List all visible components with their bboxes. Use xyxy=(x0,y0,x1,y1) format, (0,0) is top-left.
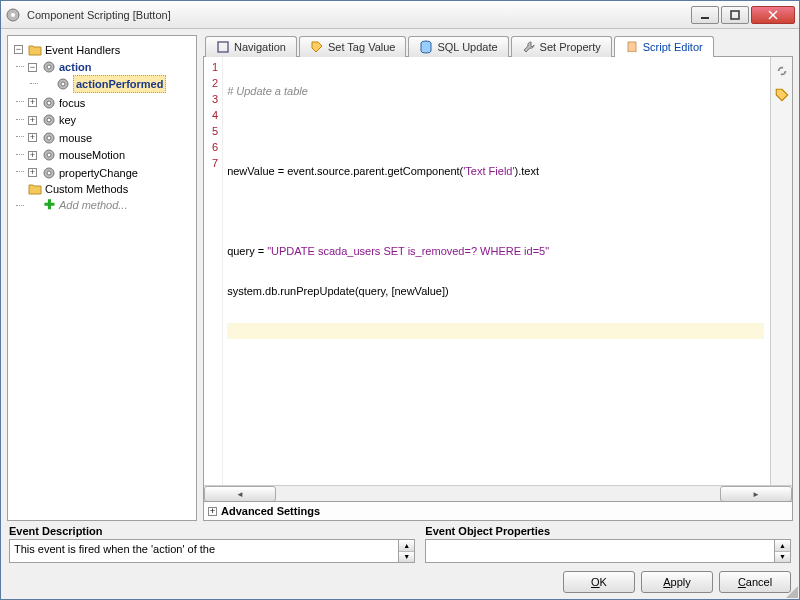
tab-navigation[interactable]: Navigation xyxy=(205,36,297,57)
spin-down[interactable]: ▼ xyxy=(399,552,414,563)
tab-script-editor[interactable]: Script Editor xyxy=(614,36,714,57)
maximize-button[interactable] xyxy=(721,6,749,24)
titlebar[interactable]: Component Scripting [Button] xyxy=(1,1,799,29)
resize-handle[interactable] xyxy=(784,584,798,598)
script-icon xyxy=(625,40,639,54)
advanced-settings-toggle[interactable]: + Advanced Settings xyxy=(204,501,792,520)
tree-action[interactable]: − action xyxy=(26,59,93,75)
tab-sql-update[interactable]: SQL Update xyxy=(408,36,508,57)
gear-icon xyxy=(42,60,56,74)
svg-point-13 xyxy=(47,118,51,122)
minimize-button[interactable] xyxy=(691,6,719,24)
right-pane: Navigation Set Tag Value SQL Update Set … xyxy=(203,35,793,521)
ok-button[interactable]: OK xyxy=(563,571,635,593)
scroll-left-button[interactable]: ◄ xyxy=(204,486,276,502)
gear-icon xyxy=(42,131,56,145)
gear-icon xyxy=(42,113,56,127)
code-editor[interactable]: 1234567 # Update a table newValue = even… xyxy=(204,57,770,485)
event-tree[interactable]: − Event Handlers − action xyxy=(7,35,197,521)
wrench-icon xyxy=(522,40,536,54)
close-button[interactable] xyxy=(751,6,795,24)
tab-set-property[interactable]: Set Property xyxy=(511,36,612,57)
event-description-label: Event Description xyxy=(9,525,415,537)
apply-button[interactable]: Apply xyxy=(641,571,713,593)
window-body: − Event Handlers − action xyxy=(1,29,799,599)
event-description-field[interactable]: This event is fired when the 'action' of… xyxy=(9,539,415,563)
footer-buttons: OK Apply Cancel xyxy=(7,567,793,593)
tree-add-method[interactable]: ✚Add method... xyxy=(26,197,130,213)
svg-point-7 xyxy=(47,65,51,69)
window-root: Component Scripting [Button] − Event Han… xyxy=(0,0,800,600)
spin-up[interactable]: ▲ xyxy=(399,540,414,552)
gear-icon xyxy=(42,166,56,180)
scroll-right-button[interactable]: ► xyxy=(720,486,792,502)
svg-rect-20 xyxy=(218,42,228,52)
cancel-button[interactable]: Cancel xyxy=(719,571,791,593)
link-tool-icon[interactable] xyxy=(774,63,790,79)
code-area[interactable]: # Update a table newValue = event.source… xyxy=(223,57,768,485)
spin-up[interactable]: ▲ xyxy=(775,540,790,552)
tree-propertychange[interactable]: +propertyChange xyxy=(26,165,140,181)
gear-icon xyxy=(42,148,56,162)
description-row: Event Description This event is fired wh… xyxy=(7,525,793,563)
tag-icon xyxy=(310,40,324,54)
editor-wrap: 1234567 # Update a table newValue = even… xyxy=(203,56,793,521)
tab-bar: Navigation Set Tag Value SQL Update Set … xyxy=(203,36,793,57)
svg-point-1 xyxy=(11,13,15,17)
expand-icon: + xyxy=(208,507,217,516)
event-description-spinner[interactable]: ▲▼ xyxy=(398,540,414,562)
window-title: Component Scripting [Button] xyxy=(27,9,691,21)
tree-focus[interactable]: +focus xyxy=(26,95,87,111)
line-gutter: 1234567 xyxy=(204,57,223,485)
event-object-properties-label: Event Object Properties xyxy=(425,525,791,537)
tab-set-tag-value[interactable]: Set Tag Value xyxy=(299,36,406,57)
tree-actionperformed[interactable]: actionPerformed xyxy=(40,75,168,93)
svg-point-15 xyxy=(47,136,51,140)
folder-icon xyxy=(28,43,42,57)
editor-side-toolbar xyxy=(770,57,792,485)
tree-custom-methods[interactable]: Custom Methods xyxy=(12,181,130,197)
database-icon xyxy=(419,40,433,54)
navigation-icon xyxy=(216,40,230,54)
svg-point-17 xyxy=(47,153,51,157)
tree-mousemotion[interactable]: +mouseMotion xyxy=(26,147,127,163)
tag-tool-icon[interactable] xyxy=(774,87,790,103)
svg-rect-3 xyxy=(731,11,739,19)
gear-icon xyxy=(42,96,56,110)
tree-event-handlers[interactable]: − Event Handlers xyxy=(12,42,122,58)
svg-point-19 xyxy=(47,171,51,175)
spin-down[interactable]: ▼ xyxy=(775,552,790,563)
tree-key[interactable]: +key xyxy=(26,112,78,128)
horizontal-scrollbar[interactable]: ◄ ► xyxy=(204,485,792,501)
svg-point-11 xyxy=(47,101,51,105)
app-icon xyxy=(5,7,21,23)
event-object-properties-spinner[interactable]: ▲▼ xyxy=(774,540,790,562)
svg-point-9 xyxy=(61,82,65,86)
event-object-properties-field[interactable]: ▲▼ xyxy=(425,539,791,563)
folder-icon xyxy=(28,182,42,196)
plus-icon: ✚ xyxy=(42,198,56,212)
tree-mouse[interactable]: +mouse xyxy=(26,130,94,146)
gear-icon xyxy=(56,77,70,91)
